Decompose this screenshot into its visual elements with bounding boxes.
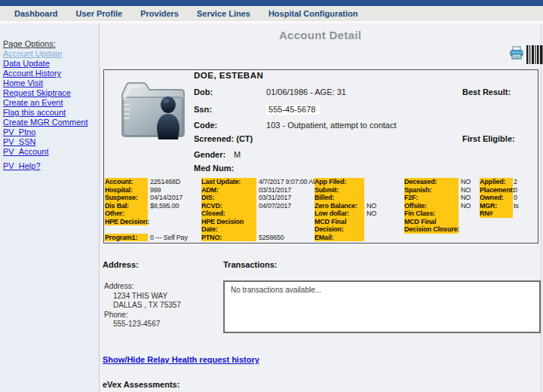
nav-item[interactable]: Service Lines	[197, 9, 250, 18]
grid-row: Low dollar: NO	[314, 210, 376, 218]
grid-row: Hospital: 999	[105, 186, 188, 194]
field-value: 0	[513, 194, 517, 202]
field-label: Other:	[105, 210, 148, 218]
grid-row: MGR: ts	[480, 202, 519, 210]
grid-row: Zero Balance: NO	[314, 202, 376, 210]
field-value: 5258650	[256, 234, 284, 242]
grid-row: App Filed:	[314, 178, 376, 186]
field-label: Zero Balance:	[314, 202, 364, 210]
grid-row: DIS: 03/31/2017	[201, 194, 318, 202]
field-value	[148, 210, 150, 218]
sidebar-link[interactable]: Account History	[3, 69, 99, 78]
nav-item[interactable]: Hospital Configuration	[268, 9, 358, 18]
gender-label: Gender:	[194, 150, 232, 159]
field-value	[459, 218, 461, 226]
field-label: PTNO:	[201, 234, 256, 242]
field-label: Deceased:	[404, 178, 459, 186]
mednum-label: Med Num:	[194, 164, 264, 173]
nav-item[interactable]: Dashboard	[14, 9, 57, 18]
field-label: Last Update:	[201, 178, 256, 186]
grid-column-flags: Deceased: NO Spanish: NO F2F: NO Offsite…	[404, 178, 471, 234]
sidebar-link[interactable]: Home Visit	[3, 78, 99, 88]
field-label: Suspense:	[105, 194, 148, 202]
grid-row: Program1: 0 --- Self Pay	[105, 234, 188, 242]
field-value: ts	[513, 202, 519, 210]
field-value	[256, 210, 259, 218]
field-value: 4/7/2017 9:07:00 AM	[256, 178, 318, 186]
account-detail-screen: Dashboard User Profile Providers Service…	[0, 0, 543, 392]
dob-row: Dob: 01/06/1986 - AGE: 31	[194, 87, 346, 96]
field-label: Low dollar:	[314, 210, 364, 218]
field-value: 03/31/2017	[256, 186, 291, 194]
field-label: Hospital:	[105, 186, 148, 194]
field-label: Applied:	[480, 178, 513, 186]
field-label: Owned:	[480, 194, 513, 202]
grid-column-account: Account: 2251468D Hospital: 999 Suspense…	[105, 178, 188, 241]
field-value: 03/31/2017	[256, 194, 291, 202]
field-label: Spanish:	[404, 186, 459, 194]
code-row: Code: 103 - Outpatient, attempt to conta…	[194, 121, 397, 130]
patient-summary-panel: DOE, ESTEBAN Dob: 01/06/1986 - AGE: 31 S…	[103, 69, 538, 243]
ssn-row: Ssn: 555-45-5678	[194, 105, 320, 114]
field-label: RCVD:	[201, 202, 256, 210]
field-label: Placement:	[480, 186, 513, 194]
ssn-label: Ssn:	[194, 105, 264, 114]
field-value: NO	[364, 202, 376, 210]
printer-icon[interactable]	[510, 46, 523, 60]
field-value	[459, 225, 461, 234]
field-value	[364, 178, 367, 186]
field-value: 04/14/2017	[148, 194, 183, 202]
transactions-empty-message: No transactions available...	[225, 282, 539, 298]
address-heading: Address:	[103, 260, 139, 269]
field-label: EMail:	[314, 234, 364, 242]
main-nav: Dashboard User Profile Providers Service…	[0, 6, 543, 21]
address-line: 1234 THIS WAY	[104, 292, 181, 302]
field-value: NO	[364, 210, 376, 218]
sidebar-link[interactable]: Data Update	[3, 59, 99, 69]
sidebar-link[interactable]: Request Skiptrace	[3, 88, 99, 98]
grid-column-status: App Filed: Submit: Billed: Zero Balance:…	[314, 178, 376, 241]
evex-assessments-heading: eVex Assessments:	[103, 380, 179, 389]
relay-health-history-link[interactable]: Show/Hide Relay Health request history	[103, 355, 259, 364]
grid-row: HPE Decision	[201, 218, 318, 226]
field-label: RN#	[480, 210, 513, 218]
nav-item[interactable]: Providers	[140, 9, 179, 18]
sidebar-link[interactable]: PV_Account	[3, 147, 99, 157]
sidebar-link[interactable]: Account Update	[3, 49, 99, 59]
screened-row: Screened: (CT)	[194, 134, 264, 143]
field-label: HPE Decision:	[105, 218, 148, 226]
sidebar-link[interactable]: PV_Help?	[3, 161, 99, 171]
gender-row: Gender: M	[194, 150, 241, 159]
field-label: MCD Final	[314, 218, 364, 226]
field-label: Account:	[105, 178, 148, 186]
sidebar-link[interactable]: PV_Ptno	[3, 127, 99, 137]
sidebar-link[interactable]: PV_SSN	[3, 137, 99, 147]
field-value: NO	[459, 194, 471, 202]
content-right-border	[541, 23, 541, 392]
sidebar-link[interactable]: Flag this account	[3, 108, 99, 118]
grid-row: EMail:	[314, 234, 376, 242]
page-options-heading: Page Options:	[3, 39, 99, 49]
grid-column-dates: Last Update: 4/7/2017 9:07:00 AM ADM: 03…	[201, 178, 318, 241]
transactions-heading: Transactions:	[223, 260, 278, 269]
field-value	[148, 218, 150, 226]
grid-row: Spanish: NO	[404, 186, 471, 194]
address-line: 555-123-4567	[104, 320, 181, 329]
sidebar-link[interactable]: Create an Event	[3, 98, 99, 108]
grid-row: Decision:	[314, 225, 376, 234]
grid-row: Submit:	[314, 186, 376, 194]
grid-row: Suspense: 04/14/2017	[105, 194, 188, 202]
field-value	[364, 186, 367, 194]
address-line: Address:	[104, 282, 181, 292]
sidebar-link[interactable]: Create MGR Comment	[3, 118, 99, 127]
field-label	[105, 225, 148, 234]
dob-value: 01/06/1986 - AGE: 31	[266, 87, 346, 96]
address-block: Address: 1234 THIS WAY DALLAS , TX 75357…	[104, 282, 181, 329]
nav-item[interactable]: User Profile	[75, 9, 122, 18]
field-value	[256, 225, 259, 234]
grid-row: Decision Closure:	[404, 225, 471, 234]
field-value	[148, 225, 150, 234]
field-label: Decision:	[314, 225, 364, 234]
field-value: $8,595.00	[148, 202, 179, 210]
field-label: ADM:	[201, 186, 256, 194]
